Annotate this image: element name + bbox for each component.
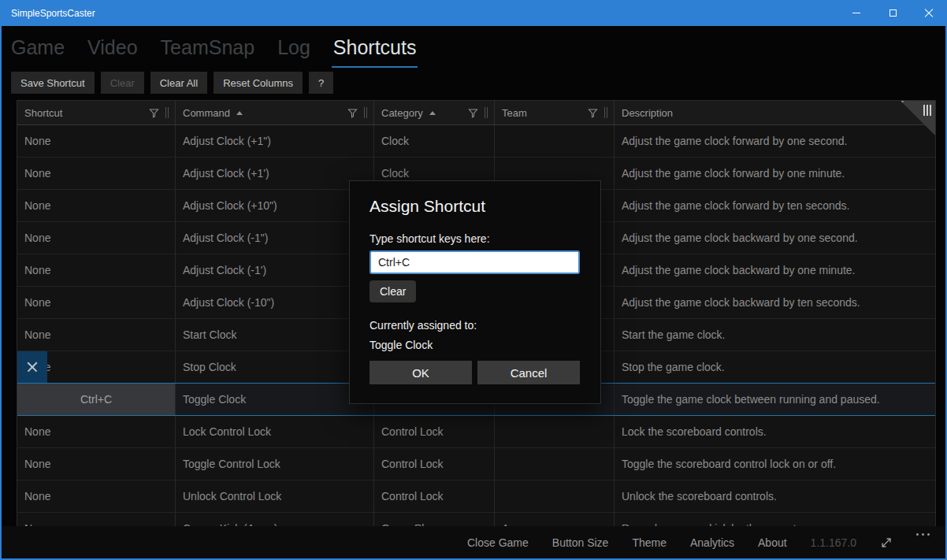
column-label: Description [622,107,673,119]
command-cell[interactable]: Adjust Clock (-1') [176,254,374,286]
description-cell[interactable]: Records a corner kick by the away team. [615,513,935,526]
column-header-team[interactable]: Team [495,101,615,124]
description-cell[interactable]: Toggle the game clock between running an… [615,384,935,415]
command-cell[interactable]: Start Clock [176,319,374,350]
close-icon [924,9,934,18]
command-cell[interactable]: Adjust Clock (-1") [176,222,374,254]
table-row: NoneUnlock Control LockControl LockUnloc… [17,480,935,513]
command-cell[interactable]: Lock Control Lock [176,416,374,447]
column-header-description[interactable]: Description [615,101,935,124]
clear-button[interactable]: Clear [101,72,144,94]
command-cell[interactable]: Toggle Control Lock [176,448,374,480]
shortcut-cell[interactable]: None [17,287,176,318]
cancel-button[interactable]: Cancel [477,361,580,384]
column-header-category[interactable]: Category [374,101,495,124]
status-item-close-game[interactable]: Close Game [467,536,529,549]
description-cell[interactable]: Toggle the scoreboard control lock on or… [615,448,935,480]
team-cell[interactable] [495,448,615,480]
reset-columns-button[interactable]: Reset Columns [214,72,303,94]
table-header: ShortcutCommandCategoryTeamDescription [17,101,935,125]
category-cell[interactable]: Control Lock [374,480,495,512]
team-cell[interactable] [495,125,615,157]
tab-log[interactable]: Log [276,32,312,68]
column-resize-handle[interactable] [364,107,367,118]
status-item-theme[interactable]: Theme [632,536,667,549]
tab-game[interactable]: Game [9,32,66,68]
category-cell[interactable]: Game Play [374,513,495,526]
tab-shortcuts[interactable]: Shortcuts [332,32,418,68]
maximize-button[interactable] [875,0,911,26]
ok-button[interactable]: OK [370,361,472,384]
command-cell[interactable]: Adjust Clock (+1') [176,158,374,189]
filter-icon[interactable] [588,108,598,118]
command-cell[interactable]: Adjust Clock (+1") [176,125,374,157]
minimize-button[interactable] [838,0,875,26]
expand-icon[interactable] [880,536,893,549]
command-cell[interactable]: Unlock Control Lock [176,480,374,512]
description-cell[interactable]: Lock the scoreboard controls. [615,416,935,447]
team-cell[interactable] [495,480,615,512]
description-cell[interactable]: Adjust the game clock backward by ten se… [615,287,935,318]
sort-ascending-icon [429,111,436,115]
filter-icon[interactable] [347,108,358,118]
shortcut-cell[interactable]: None [17,351,176,383]
tab-teamsnap[interactable]: TeamSnap [159,32,257,68]
shortcut-cell[interactable]: None [17,448,176,480]
command-cell[interactable]: Adjust Clock (+10") [176,190,374,221]
description-cell[interactable]: Adjust the game clock backward by one mi… [615,254,935,286]
column-chooser-icon [923,105,931,116]
save-shortcut-button[interactable]: Save Shortcut [11,72,95,94]
status-item-analytics[interactable]: Analytics [690,536,734,549]
column-resize-handle[interactable] [485,107,488,118]
shortcut-cell[interactable]: None [17,125,176,157]
shortcut-cell[interactable]: None [17,513,176,526]
cancel-edit-button[interactable] [17,351,47,383]
command-cell[interactable]: Adjust Clock (-10") [176,287,374,318]
column-resize-handle[interactable] [165,107,169,118]
shortcut-input[interactable] [370,250,580,274]
shortcut-cell[interactable]: None [17,222,176,254]
description-cell[interactable]: Adjust the game clock forward by one min… [615,158,935,189]
shortcut-cell[interactable]: None [17,319,176,350]
help-button[interactable]: ? [309,72,333,94]
column-header-shortcut[interactable]: Shortcut [17,101,176,124]
status-item-button-size[interactable]: Button Size [552,536,609,549]
category-cell[interactable]: Control Lock [374,416,495,447]
description-cell[interactable]: Start the game clock. [615,319,935,350]
toolbar: Save ShortcutClearClear AllReset Columns… [11,72,333,94]
shortcut-cell[interactable]: None [17,416,176,447]
more-options-icon[interactable] [916,533,930,536]
table-row: NoneLock Control LockControl LockLock th… [17,416,935,448]
clear-all-button[interactable]: Clear All [150,72,207,94]
description-cell[interactable]: Adjust the game clock forward by ten sec… [615,190,935,221]
maximize-icon [889,9,897,17]
command-cell[interactable]: Corner Kick (Away) [176,513,374,526]
shortcut-cell[interactable]: None [17,480,176,512]
team-cell[interactable]: Away [495,513,615,526]
tab-video[interactable]: Video [86,32,139,68]
column-label: Category [381,107,423,119]
column-resize-handle[interactable] [604,107,607,118]
description-cell[interactable]: Unlock the scoreboard controls. [615,480,935,512]
shortcut-cell[interactable]: None [17,254,176,286]
status-item-about[interactable]: About [758,536,787,549]
command-cell[interactable]: Toggle Clock [176,384,374,415]
team-cell[interactable] [495,416,615,447]
shortcut-cell[interactable]: None [17,190,176,221]
column-header-command[interactable]: Command [176,101,374,124]
description-cell[interactable]: Adjust the game clock forward by one sec… [615,125,935,157]
shortcut-cell[interactable]: None [17,158,176,189]
shortcut-cell[interactable]: Ctrl+C [17,384,176,415]
category-cell[interactable]: Control Lock [374,448,495,480]
close-button[interactable] [911,0,947,26]
filter-icon[interactable] [149,108,159,118]
category-cell[interactable]: Clock [374,125,495,157]
description-cell[interactable]: Stop the game clock. [615,351,935,383]
column-label: Team [502,107,527,119]
command-cell[interactable]: Stop Clock [176,351,374,383]
filter-icon[interactable] [468,108,478,118]
dialog-title: Assign Shortcut [370,197,580,216]
description-cell[interactable]: Adjust the game clock backward by one se… [615,222,935,254]
version-label: 1.1.167.0 [811,536,856,549]
clear-shortcut-button[interactable]: Clear [370,280,416,302]
